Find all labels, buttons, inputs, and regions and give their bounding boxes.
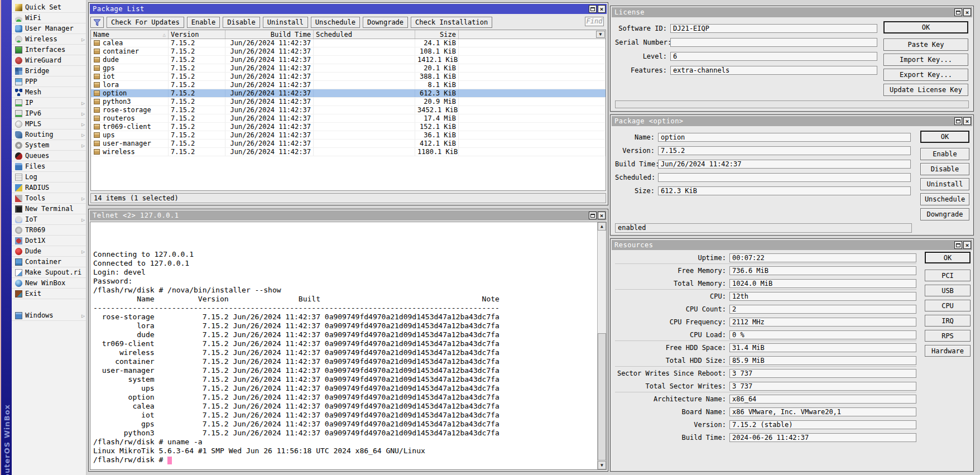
column-header-scheduled[interactable]: Scheduled bbox=[314, 30, 415, 39]
dialog-button[interactable]: CPU bbox=[925, 300, 971, 311]
field-value[interactable]: 12th bbox=[729, 292, 916, 301]
sidebar-item[interactable]: IPv6 ▷ bbox=[12, 108, 86, 119]
scroll-up-icon[interactable]: ▲ bbox=[598, 222, 606, 231]
package-row[interactable]: routeros 7.15.2 Jun/26/2024 11:42:37 17.… bbox=[91, 114, 606, 123]
field-value[interactable]: Jun/26/2024 11:42:37 bbox=[658, 160, 911, 169]
field-value[interactable]: option bbox=[658, 133, 911, 142]
field-value[interactable]: DJ21-EIQP bbox=[670, 24, 877, 33]
maximize-icon[interactable] bbox=[954, 117, 962, 125]
dialog-button[interactable]: Export Key... bbox=[883, 69, 968, 81]
license-titlebar[interactable]: License × bbox=[612, 7, 972, 17]
package-row[interactable]: wireless 7.15.2 Jun/26/2024 11:42:37 118… bbox=[91, 148, 606, 156]
dialog-button[interactable]: IRQ bbox=[925, 315, 971, 327]
dialog-button[interactable]: Update License Key bbox=[883, 84, 968, 96]
field-value[interactable]: 736.6 MiB bbox=[729, 266, 916, 275]
package-row[interactable]: tr069-client 7.15.2 Jun/26/2024 11:42:37… bbox=[91, 123, 606, 131]
field-value[interactable]: extra-channels bbox=[670, 66, 877, 75]
terminal-prompt-line[interactable]: /flash/rw/disk # bbox=[90, 455, 606, 464]
scrollbar-thumb[interactable] bbox=[598, 333, 606, 460]
toolbar-button[interactable]: Uninstall bbox=[263, 17, 308, 28]
close-icon[interactable]: × bbox=[598, 5, 606, 13]
sidebar-item[interactable]: Dot1X ▷ bbox=[12, 236, 86, 246]
field-value[interactable]: 1024.0 MiB bbox=[729, 279, 916, 288]
package-option-titlebar[interactable]: Package <option> × bbox=[612, 116, 972, 126]
maximize-icon[interactable] bbox=[589, 212, 597, 219]
package-row[interactable]: ups 7.15.2 Jun/26/2024 11:42:37 36.1 KiB bbox=[91, 131, 606, 140]
telnet-titlebar[interactable]: Telnet <2> 127.0.0.1 × bbox=[90, 210, 607, 220]
sidebar-item[interactable]: New WinBox ▷ bbox=[12, 278, 86, 289]
toolbar-button[interactable]: Check For Updates bbox=[107, 17, 184, 28]
dialog-button[interactable]: Paste Key bbox=[883, 39, 968, 51]
dialog-button[interactable]: Downgrade bbox=[920, 208, 969, 220]
field-value[interactable]: x86_64 bbox=[729, 395, 916, 404]
dialog-button[interactable]: OK bbox=[883, 21, 968, 33]
maximize-icon[interactable] bbox=[954, 8, 962, 16]
sidebar-item[interactable]: User Manager ▷ bbox=[12, 23, 86, 34]
sidebar-item[interactable]: Bridge ▷ bbox=[12, 66, 86, 76]
dialog-button[interactable]: Enable bbox=[920, 148, 969, 160]
field-value[interactable]: 0 % bbox=[729, 330, 916, 339]
field-value[interactable]: 31.4 MiB bbox=[729, 343, 916, 352]
sidebar-item[interactable]: Quick Set ▷ bbox=[12, 2, 86, 13]
dialog-button[interactable]: Unschedule bbox=[920, 193, 969, 205]
column-select-icon[interactable]: ▼ bbox=[596, 31, 605, 38]
close-icon[interactable]: × bbox=[963, 117, 971, 125]
close-icon[interactable]: × bbox=[963, 241, 971, 249]
field-value[interactable]: 2112 MHz bbox=[729, 318, 916, 327]
toolbar-button[interactable]: Check Installation bbox=[411, 17, 492, 28]
sidebar-item[interactable]: WireGuard ▷ bbox=[12, 55, 86, 66]
toolbar-button[interactable]: Disable bbox=[223, 17, 260, 28]
package-row[interactable]: rose-storage 7.15.2 Jun/26/2024 11:42:37… bbox=[91, 106, 606, 114]
sidebar-item[interactable]: Make Supout.rif ▷ bbox=[12, 267, 86, 278]
dialog-button[interactable]: RPS bbox=[925, 330, 971, 342]
sidebar-item[interactable]: Queues ▷ bbox=[12, 151, 86, 161]
dialog-button[interactable]: OK bbox=[920, 131, 969, 143]
dialog-button[interactable]: Uninstall bbox=[920, 178, 969, 190]
field-value[interactable]: 00:07:22 bbox=[729, 253, 916, 262]
scroll-down-icon[interactable]: ▼ bbox=[598, 461, 606, 469]
field-value[interactable]: 85.9 MiB bbox=[729, 356, 916, 365]
sidebar-item[interactable]: Container ▷ bbox=[12, 257, 86, 267]
sidebar-item[interactable]: Windows ▷ bbox=[12, 310, 86, 321]
field-value[interactable]: x86 VMware, Inc. VMware20,1 bbox=[729, 407, 916, 416]
field-value[interactable] bbox=[670, 38, 877, 47]
package-row[interactable]: python3 7.15.2 Jun/26/2024 11:42:37 20.9… bbox=[91, 98, 606, 106]
sidebar-item[interactable]: Tools ▷ bbox=[12, 193, 86, 204]
filter-button[interactable] bbox=[90, 17, 104, 28]
dialog-button[interactable]: PCI bbox=[925, 270, 971, 281]
field-value[interactable]: 3 737 bbox=[729, 369, 916, 378]
sidebar-item[interactable]: Log ▷ bbox=[12, 172, 86, 183]
sidebar-item[interactable]: WiFi ▷ bbox=[12, 13, 86, 23]
package-list-titlebar[interactable]: Package List × bbox=[90, 4, 607, 14]
package-row[interactable]: lora 7.15.2 Jun/26/2024 11:42:37 8.1 KiB bbox=[91, 81, 606, 89]
sidebar-item[interactable]: MPLS ▷ bbox=[12, 119, 86, 129]
field-value[interactable] bbox=[658, 173, 911, 182]
sidebar-item[interactable]: Exit ▷ bbox=[12, 289, 86, 299]
field-value[interactable]: 7.15.2 (stable) bbox=[729, 420, 916, 429]
terminal-output[interactable]: Connecting to 127.0.0.1 Connected to 127… bbox=[90, 222, 606, 455]
sidebar-item[interactable]: New Terminal ▷ bbox=[12, 204, 86, 214]
package-row[interactable]: user-manager 7.15.2 Jun/26/2024 11:42:37… bbox=[91, 140, 606, 148]
dialog-button[interactable]: Hardware bbox=[925, 345, 971, 357]
find-input[interactable]: Find bbox=[585, 17, 604, 26]
field-value[interactable]: 6 bbox=[670, 52, 877, 61]
toolbar-button[interactable]: Enable bbox=[187, 17, 220, 28]
package-row[interactable]: option 7.15.2 Jun/26/2024 11:42:37 612.3… bbox=[91, 89, 606, 98]
sidebar-item[interactable]: TR069 ▷ bbox=[12, 225, 86, 236]
sidebar-item[interactable]: Dude ▷ bbox=[12, 246, 86, 257]
package-row[interactable]: dude 7.15.2 Jun/26/2024 11:42:37 1412.1 … bbox=[91, 56, 606, 64]
sidebar-item[interactable]: IP ▷ bbox=[12, 98, 86, 108]
column-header-build-time[interactable]: Build Time bbox=[225, 30, 314, 39]
sidebar-item[interactable]: RADIUS ▷ bbox=[12, 183, 86, 193]
field-value[interactable]: 2024-06-26 11:42:37 bbox=[729, 433, 916, 442]
column-header-version[interactable]: Version bbox=[169, 30, 225, 39]
toolbar-button[interactable]: Unschedule bbox=[311, 17, 360, 28]
column-header-size[interactable]: Size bbox=[415, 30, 459, 39]
sidebar-item[interactable]: Mesh ▷ bbox=[12, 87, 86, 98]
close-icon[interactable]: × bbox=[598, 212, 606, 219]
dialog-button[interactable]: Import Key... bbox=[883, 54, 968, 66]
resources-titlebar[interactable]: Resources × bbox=[612, 240, 972, 250]
terminal-area[interactable]: Connecting to 127.0.0.1 Connected to 127… bbox=[90, 222, 607, 470]
maximize-icon[interactable] bbox=[954, 241, 962, 249]
close-icon[interactable]: × bbox=[963, 8, 971, 16]
